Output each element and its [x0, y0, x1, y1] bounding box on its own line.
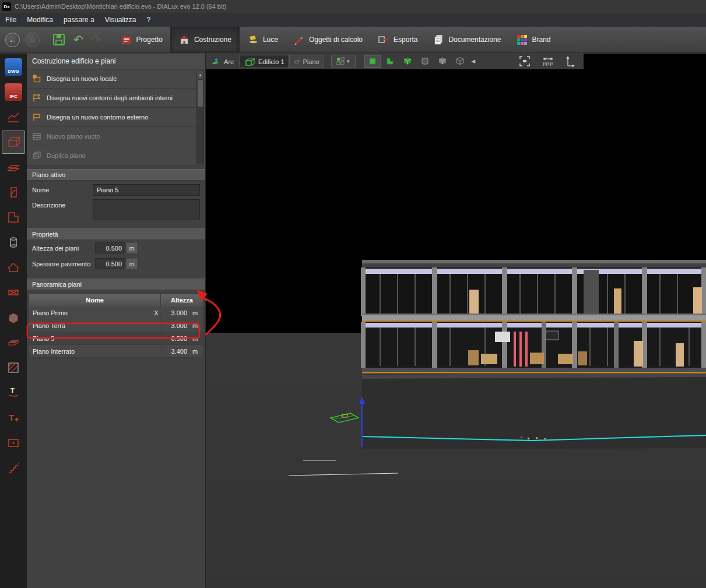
text-tool-button[interactable]: T [2, 406, 25, 429]
mode-icon-strip: DWG IFC [0, 54, 27, 588]
tab-documentazione[interactable]: Documentazione [425, 27, 508, 52]
tools-scrollbar[interactable]: ▲ [196, 71, 204, 164]
panel-title: Costruzione edificio e piani [27, 54, 205, 69]
view-plan-button[interactable] [364, 55, 381, 68]
forward-button[interactable]: → [25, 33, 40, 47]
spessore-pavimento-input[interactable] [95, 258, 125, 269]
menu-help[interactable]: ? [142, 13, 156, 27]
tab-area[interactable]: Are [206, 55, 240, 68]
tab-label: Documentazione [448, 36, 501, 44]
scrollbar-thumb[interactable] [198, 80, 203, 107]
measure-height-button[interactable] [561, 55, 579, 68]
view-flat-button[interactable] [416, 55, 434, 68]
fit-view-button[interactable] [516, 55, 533, 68]
storey-select-dropdown[interactable]: ▼ [331, 55, 356, 68]
room-volume-tool-button[interactable] [2, 306, 25, 329]
tab-edificio-1[interactable]: Edificio 1 [240, 55, 289, 68]
dwg-import-button[interactable]: DWG [2, 55, 25, 79]
redo-icon[interactable]: ↷ [92, 34, 101, 45]
inner-contour-icon [32, 93, 41, 103]
storey-grid-icon [336, 57, 345, 66]
tab-piano[interactable]: Piano [289, 55, 324, 68]
storey-height[interactable]: 3.400 [161, 345, 189, 357]
luce-icon [247, 34, 259, 45]
tab-oggetti-di-calcolo[interactable]: Oggetti di calcolo [286, 27, 370, 52]
tab-label: Luce [263, 36, 278, 44]
tool-disegna-nuovo-locale[interactable]: Disegna un nuovo locale [27, 69, 205, 89]
stairs-tool-button[interactable] [2, 456, 25, 480]
3d-viewport[interactable] [206, 69, 706, 588]
view-solid-button[interactable] [434, 55, 451, 68]
altezza-piani-label: Altezza dei piani [32, 245, 95, 252]
door-tool-button[interactable] [2, 181, 25, 204]
view-wire-button[interactable] [451, 55, 469, 68]
material-tool-button[interactable] [2, 356, 25, 379]
storey-name: Piano Interrato [29, 345, 151, 357]
tab-label: Piano [303, 58, 319, 65]
slab-icon [6, 336, 20, 350]
save-icon[interactable] [52, 33, 65, 46]
tab-esporta[interactable]: Esporta [370, 27, 425, 52]
view-walls-button[interactable] [381, 55, 399, 68]
storey-height[interactable]: 0.500 [161, 332, 189, 344]
opening-tool-button[interactable] [2, 431, 25, 455]
table-row-piano-terra[interactable]: Piano Terra 3.000 m [29, 319, 203, 332]
column-tool-button[interactable] [2, 231, 25, 254]
tool-contorno-esterno[interactable]: Disegna un nuovo contorno esterno [27, 108, 205, 127]
spessore-pavimento-label: Spessore pavimento [32, 260, 95, 267]
table-row-piano-interrato[interactable]: Piano Interrato 3.400 m [29, 345, 203, 358]
menu-visualizza[interactable]: Visualizza [100, 13, 142, 27]
ceiling-tool-button[interactable] [2, 281, 25, 304]
contour-tool-button[interactable] [2, 206, 25, 229]
delete-storey-button[interactable]: X [151, 307, 161, 319]
dialux-window: Dx C:\Users\Admin\Desktop\Montichiari ed… [0, 0, 706, 588]
menu-passare-a[interactable]: passare a [58, 13, 100, 27]
origin-axis [331, 397, 365, 447]
table-row-piano-primo[interactable]: Piano Primo X 3.000 m [29, 307, 203, 319]
undo-icon[interactable]: ↶ [73, 34, 83, 45]
site-line-long [289, 473, 398, 476]
descrizione-input[interactable] [93, 199, 200, 220]
nome-input[interactable] [93, 184, 200, 196]
tab-label: Are [224, 58, 234, 65]
tab-brand[interactable]: Brand [508, 27, 558, 52]
measure-width-button[interactable] [539, 55, 557, 68]
storey-height[interactable]: 3.000 [161, 307, 189, 319]
storey-tool-button[interactable] [2, 156, 25, 179]
ifc-import-button[interactable]: IFC [2, 80, 25, 104]
building-tool-button[interactable] [2, 131, 25, 154]
storey-unit: m [189, 319, 203, 332]
tab-luce[interactable]: Luce [240, 27, 286, 52]
edificio-icon [244, 57, 255, 66]
tab-costruzione[interactable]: Costruzione [170, 27, 240, 52]
scroll-up-button[interactable]: ▲ [197, 71, 203, 79]
collapse-arrow-icon[interactable]: ◀ [469, 58, 478, 64]
fit-view-icon [518, 55, 531, 68]
floor-slab-tool-button[interactable] [2, 331, 25, 354]
empty-storey-icon [32, 132, 41, 141]
tab-label: Brand [532, 36, 550, 44]
delete-storey-button [151, 319, 161, 332]
spline-text-tool-button[interactable]: T [2, 381, 25, 404]
table-row-piano-5[interactable]: Piano 5 0.500 m [29, 332, 203, 345]
documentation-icon [433, 34, 444, 45]
roof-tool-button[interactable] [2, 256, 25, 279]
terrain-tool-button[interactable] [2, 105, 25, 129]
tab-progetto[interactable]: Progetto [113, 27, 170, 52]
storey-icon [6, 160, 20, 174]
measure-height-icon [564, 55, 577, 68]
altezza-piani-input[interactable] [95, 242, 125, 253]
menu-modifica[interactable]: Modifica [22, 13, 58, 27]
menu-file[interactable]: File [0, 13, 22, 27]
storey-height[interactable]: 3.000 [161, 319, 189, 332]
back-button[interactable]: ← [5, 33, 20, 47]
column-icon [6, 235, 20, 249]
view-3d-green-button[interactable] [399, 55, 416, 68]
altezza-unit: m [126, 242, 138, 253]
section-piano-attivo: Piano attivo [27, 169, 205, 181]
tool-contorni-interni[interactable]: Disegna nuovi contorni degli ambienti in… [27, 89, 205, 108]
area-icon [210, 57, 221, 66]
3d-canvas[interactable]: Are Edificio 1 Piano [206, 54, 706, 588]
tab-label: Progetto [136, 36, 163, 44]
text-plus-icon: T [6, 411, 20, 425]
